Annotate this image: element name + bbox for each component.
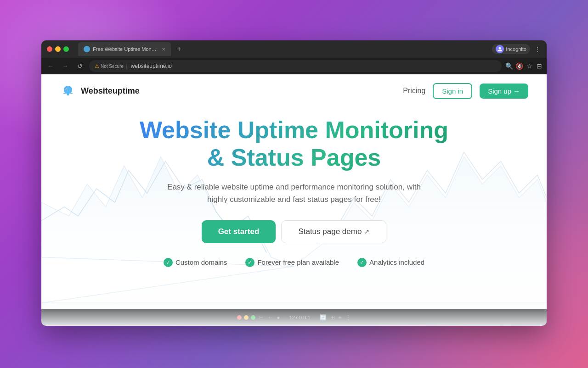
check-icon-custom-domains: ✓ (164, 258, 173, 267)
tab-favicon (84, 46, 90, 52)
get-started-button[interactable]: Get started (202, 220, 276, 243)
check-icon-free-plan: ✓ (245, 258, 254, 267)
hero-title-line2: & Status Pages (207, 144, 381, 171)
incognito-area: Incognito (492, 44, 530, 54)
feature-analytics: ✓ Analytics included (357, 258, 424, 267)
webpage-content: Websiteuptime Pricing Sign in Sign up → … (41, 74, 547, 326)
browser-window: Free Website Uptime Monitor... ✕ + Incog… (41, 40, 547, 326)
logo-text: Websiteuptime (81, 86, 140, 96)
features-list: ✓ Custom domains ✓ Forever free plan ava… (60, 258, 528, 267)
tab-close-icon[interactable]: ✕ (162, 47, 165, 52)
hero-subtitle: Easy & reliable website uptime and perfo… (165, 181, 423, 206)
tab-area: Free Website Uptime Monitor... ✕ + (78, 42, 488, 56)
feature-analytics-label: Analytics included (369, 258, 424, 266)
bookmark-icon[interactable]: ☆ (526, 62, 533, 70)
logo-area: Websiteuptime (60, 83, 140, 99)
nav-right: Pricing Sign in Sign up → (403, 83, 528, 99)
split-view-icon[interactable]: ⊟ (536, 62, 543, 70)
address-field[interactable]: ⚠ Not Secure | websiteuptime.io (89, 60, 502, 72)
feature-custom-domains: ✓ Custom domains (164, 258, 227, 267)
incognito-label: Incognito (506, 46, 526, 52)
back-button[interactable]: ← (45, 61, 56, 72)
close-button[interactable] (47, 46, 52, 52)
new-tab-button[interactable]: + (174, 44, 185, 55)
signin-button[interactable]: Sign in (433, 83, 472, 99)
titlebar-right: Incognito ⋮ (492, 44, 541, 54)
site-nav: Websiteuptime Pricing Sign in Sign up → (41, 74, 547, 107)
signup-arrow-icon: → (513, 87, 520, 95)
search-icon[interactable]: 🔍 (505, 62, 513, 70)
pricing-link[interactable]: Pricing (403, 87, 425, 95)
logo-bird-icon (60, 83, 76, 99)
security-warning: ⚠ Not Secure | (95, 63, 128, 69)
demo-label: Status page demo (298, 227, 362, 236)
feature-free-plan: ✓ Forever free plan available (245, 258, 339, 267)
maximize-button[interactable] (63, 46, 69, 52)
external-link-icon: ↗ (364, 228, 369, 235)
addressbar: ← → ↺ ⚠ Not Secure | websiteuptime.io 🔍 … (41, 58, 547, 74)
demo-button[interactable]: Status page demo ↗ (281, 220, 386, 243)
hero-title-line1: Website Uptime Monitoring (140, 117, 448, 143)
traffic-lights (47, 46, 69, 52)
svg-point-0 (499, 47, 501, 50)
active-tab[interactable]: Free Website Uptime Monitor... ✕ (78, 42, 171, 56)
hero-section: Website Uptime Monitoring & Status Pages… (41, 107, 547, 281)
url-display: websiteuptime.io (131, 63, 172, 69)
addressbar-actions: 🔍 🔇 ☆ ⊟ (505, 62, 543, 70)
security-label: Not Secure (101, 64, 124, 69)
minimize-button[interactable] (55, 46, 61, 52)
mute-icon[interactable]: 🔇 (515, 62, 523, 70)
incognito-avatar (496, 45, 504, 53)
more-icon[interactable]: ⋮ (534, 45, 541, 53)
check-icon-analytics: ✓ (357, 258, 367, 267)
hero-buttons: Get started Status page demo ↗ (60, 220, 528, 243)
signup-button[interactable]: Sign up → (480, 84, 528, 99)
browser-titlebar: Free Website Uptime Monitor... ✕ + Incog… (41, 40, 547, 58)
forward-button[interactable]: → (60, 61, 71, 72)
hero-title: Website Uptime Monitoring & Status Pages (133, 117, 455, 172)
feature-free-plan-label: Forever free plan available (257, 258, 339, 266)
warning-icon: ⚠ (95, 63, 99, 69)
svg-point-2 (66, 89, 67, 89)
tab-title: Free Website Uptime Monitor... (93, 46, 157, 52)
feature-custom-domains-label: Custom domains (175, 258, 227, 266)
signup-label: Sign up (488, 87, 511, 95)
reload-button[interactable]: ↺ (74, 61, 85, 72)
